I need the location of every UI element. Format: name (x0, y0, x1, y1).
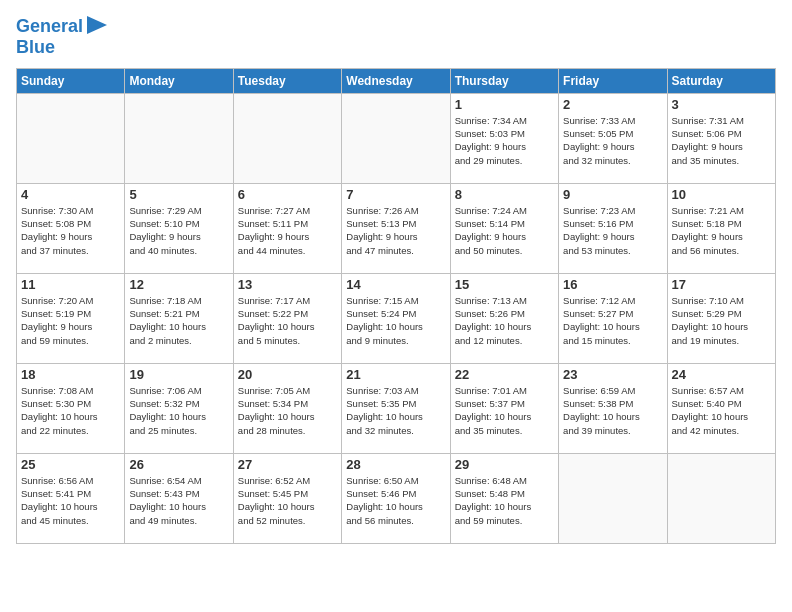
day-info: Sunrise: 7:06 AM Sunset: 5:32 PM Dayligh… (129, 384, 228, 437)
svg-marker-0 (87, 16, 107, 34)
day-number: 16 (563, 277, 662, 292)
weekday-header: Wednesday (342, 68, 450, 93)
day-number: 8 (455, 187, 554, 202)
day-info: Sunrise: 7:17 AM Sunset: 5:22 PM Dayligh… (238, 294, 337, 347)
day-number: 13 (238, 277, 337, 292)
calendar-day-cell: 24Sunrise: 6:57 AM Sunset: 5:40 PM Dayli… (667, 363, 775, 453)
calendar-day-cell: 5Sunrise: 7:29 AM Sunset: 5:10 PM Daylig… (125, 183, 233, 273)
day-info: Sunrise: 6:50 AM Sunset: 5:46 PM Dayligh… (346, 474, 445, 527)
day-info: Sunrise: 7:18 AM Sunset: 5:21 PM Dayligh… (129, 294, 228, 347)
day-number: 25 (21, 457, 120, 472)
calendar-day-cell: 7Sunrise: 7:26 AM Sunset: 5:13 PM Daylig… (342, 183, 450, 273)
logo-text-general: General (16, 17, 83, 37)
calendar-day-cell: 28Sunrise: 6:50 AM Sunset: 5:46 PM Dayli… (342, 453, 450, 543)
calendar-day-cell: 3Sunrise: 7:31 AM Sunset: 5:06 PM Daylig… (667, 93, 775, 183)
day-info: Sunrise: 6:56 AM Sunset: 5:41 PM Dayligh… (21, 474, 120, 527)
day-info: Sunrise: 6:59 AM Sunset: 5:38 PM Dayligh… (563, 384, 662, 437)
day-info: Sunrise: 7:20 AM Sunset: 5:19 PM Dayligh… (21, 294, 120, 347)
day-number: 18 (21, 367, 120, 382)
day-number: 4 (21, 187, 120, 202)
day-info: Sunrise: 6:57 AM Sunset: 5:40 PM Dayligh… (672, 384, 771, 437)
calendar-day-cell: 6Sunrise: 7:27 AM Sunset: 5:11 PM Daylig… (233, 183, 341, 273)
day-info: Sunrise: 7:30 AM Sunset: 5:08 PM Dayligh… (21, 204, 120, 257)
day-number: 27 (238, 457, 337, 472)
calendar-week-row: 4Sunrise: 7:30 AM Sunset: 5:08 PM Daylig… (17, 183, 776, 273)
calendar-day-cell: 1Sunrise: 7:34 AM Sunset: 5:03 PM Daylig… (450, 93, 558, 183)
weekday-header: Saturday (667, 68, 775, 93)
day-number: 15 (455, 277, 554, 292)
day-number: 10 (672, 187, 771, 202)
day-info: Sunrise: 6:52 AM Sunset: 5:45 PM Dayligh… (238, 474, 337, 527)
day-number: 22 (455, 367, 554, 382)
day-info: Sunrise: 7:12 AM Sunset: 5:27 PM Dayligh… (563, 294, 662, 347)
calendar-day-cell: 20Sunrise: 7:05 AM Sunset: 5:34 PM Dayli… (233, 363, 341, 453)
calendar-day-cell: 17Sunrise: 7:10 AM Sunset: 5:29 PM Dayli… (667, 273, 775, 363)
weekday-header: Friday (559, 68, 667, 93)
day-number: 29 (455, 457, 554, 472)
day-number: 28 (346, 457, 445, 472)
calendar-week-row: 25Sunrise: 6:56 AM Sunset: 5:41 PM Dayli… (17, 453, 776, 543)
day-number: 19 (129, 367, 228, 382)
day-info: Sunrise: 6:48 AM Sunset: 5:48 PM Dayligh… (455, 474, 554, 527)
calendar-day-cell: 25Sunrise: 6:56 AM Sunset: 5:41 PM Dayli… (17, 453, 125, 543)
calendar-day-cell (17, 93, 125, 183)
day-info: Sunrise: 7:21 AM Sunset: 5:18 PM Dayligh… (672, 204, 771, 257)
calendar-day-cell: 19Sunrise: 7:06 AM Sunset: 5:32 PM Dayli… (125, 363, 233, 453)
weekday-header: Monday (125, 68, 233, 93)
calendar-day-cell: 11Sunrise: 7:20 AM Sunset: 5:19 PM Dayli… (17, 273, 125, 363)
calendar-week-row: 11Sunrise: 7:20 AM Sunset: 5:19 PM Dayli… (17, 273, 776, 363)
logo: General Blue (16, 16, 107, 58)
calendar-day-cell: 12Sunrise: 7:18 AM Sunset: 5:21 PM Dayli… (125, 273, 233, 363)
day-number: 5 (129, 187, 228, 202)
calendar-day-cell (233, 93, 341, 183)
day-number: 20 (238, 367, 337, 382)
weekday-header: Tuesday (233, 68, 341, 93)
day-number: 9 (563, 187, 662, 202)
calendar-day-cell: 23Sunrise: 6:59 AM Sunset: 5:38 PM Dayli… (559, 363, 667, 453)
calendar-week-row: 1Sunrise: 7:34 AM Sunset: 5:03 PM Daylig… (17, 93, 776, 183)
day-number: 23 (563, 367, 662, 382)
day-info: Sunrise: 7:15 AM Sunset: 5:24 PM Dayligh… (346, 294, 445, 347)
day-number: 7 (346, 187, 445, 202)
day-info: Sunrise: 6:54 AM Sunset: 5:43 PM Dayligh… (129, 474, 228, 527)
calendar-day-cell: 29Sunrise: 6:48 AM Sunset: 5:48 PM Dayli… (450, 453, 558, 543)
day-info: Sunrise: 7:27 AM Sunset: 5:11 PM Dayligh… (238, 204, 337, 257)
calendar-day-cell: 10Sunrise: 7:21 AM Sunset: 5:18 PM Dayli… (667, 183, 775, 273)
day-number: 24 (672, 367, 771, 382)
day-number: 6 (238, 187, 337, 202)
day-number: 26 (129, 457, 228, 472)
calendar-day-cell: 2Sunrise: 7:33 AM Sunset: 5:05 PM Daylig… (559, 93, 667, 183)
calendar-table: SundayMondayTuesdayWednesdayThursdayFrid… (16, 68, 776, 544)
calendar-day-cell: 22Sunrise: 7:01 AM Sunset: 5:37 PM Dayli… (450, 363, 558, 453)
page-header: General Blue (16, 16, 776, 58)
day-info: Sunrise: 7:24 AM Sunset: 5:14 PM Dayligh… (455, 204, 554, 257)
calendar-day-cell: 27Sunrise: 6:52 AM Sunset: 5:45 PM Dayli… (233, 453, 341, 543)
day-info: Sunrise: 7:10 AM Sunset: 5:29 PM Dayligh… (672, 294, 771, 347)
day-number: 17 (672, 277, 771, 292)
logo-text-blue: Blue (16, 38, 55, 58)
day-info: Sunrise: 7:13 AM Sunset: 5:26 PM Dayligh… (455, 294, 554, 347)
day-number: 2 (563, 97, 662, 112)
day-info: Sunrise: 7:26 AM Sunset: 5:13 PM Dayligh… (346, 204, 445, 257)
day-info: Sunrise: 7:01 AM Sunset: 5:37 PM Dayligh… (455, 384, 554, 437)
calendar-day-cell: 21Sunrise: 7:03 AM Sunset: 5:35 PM Dayli… (342, 363, 450, 453)
calendar-week-row: 18Sunrise: 7:08 AM Sunset: 5:30 PM Dayli… (17, 363, 776, 453)
calendar-day-cell (667, 453, 775, 543)
day-info: Sunrise: 7:23 AM Sunset: 5:16 PM Dayligh… (563, 204, 662, 257)
calendar-day-cell: 8Sunrise: 7:24 AM Sunset: 5:14 PM Daylig… (450, 183, 558, 273)
logo-arrow-icon (87, 16, 107, 34)
day-number: 11 (21, 277, 120, 292)
weekday-header: Thursday (450, 68, 558, 93)
day-info: Sunrise: 7:33 AM Sunset: 5:05 PM Dayligh… (563, 114, 662, 167)
calendar-header-row: SundayMondayTuesdayWednesdayThursdayFrid… (17, 68, 776, 93)
day-info: Sunrise: 7:05 AM Sunset: 5:34 PM Dayligh… (238, 384, 337, 437)
calendar-day-cell: 18Sunrise: 7:08 AM Sunset: 5:30 PM Dayli… (17, 363, 125, 453)
day-info: Sunrise: 7:29 AM Sunset: 5:10 PM Dayligh… (129, 204, 228, 257)
calendar-day-cell (125, 93, 233, 183)
calendar-day-cell: 26Sunrise: 6:54 AM Sunset: 5:43 PM Dayli… (125, 453, 233, 543)
day-number: 12 (129, 277, 228, 292)
day-info: Sunrise: 7:03 AM Sunset: 5:35 PM Dayligh… (346, 384, 445, 437)
day-info: Sunrise: 7:31 AM Sunset: 5:06 PM Dayligh… (672, 114, 771, 167)
day-number: 1 (455, 97, 554, 112)
calendar-day-cell: 13Sunrise: 7:17 AM Sunset: 5:22 PM Dayli… (233, 273, 341, 363)
